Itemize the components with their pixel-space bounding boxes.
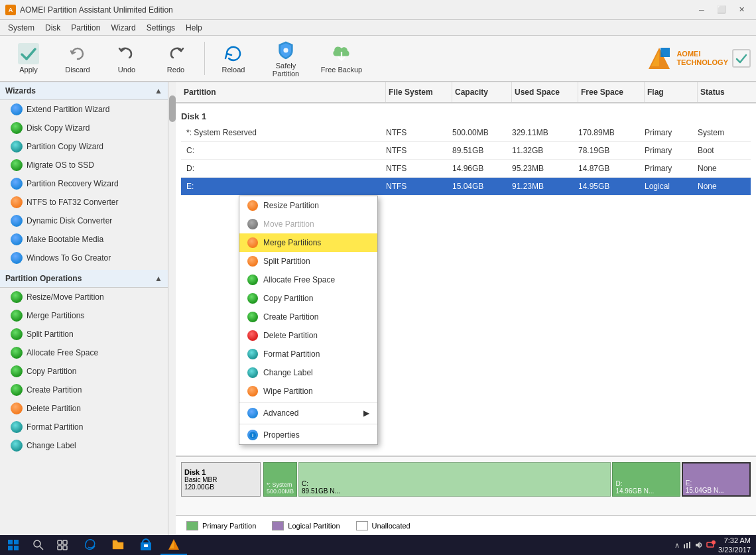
discard-button[interactable]: Discard <box>54 38 101 78</box>
sidebar-item-copy-partition[interactable]: Copy Partition <box>0 362 168 381</box>
menu-settings[interactable]: Settings <box>141 22 180 34</box>
menu-disk[interactable]: Disk <box>40 22 66 34</box>
col-partition: Partition <box>181 82 386 102</box>
free-backup-button[interactable]: Free Backup <box>315 38 368 78</box>
sidebar-item-extend-wizard[interactable]: Extend Partition Wizard <box>0 100 168 119</box>
taskbar-app-aomei[interactable] <box>160 535 187 555</box>
table-row-selected[interactable]: E: NTFS 15.04GB 91.23MB 14.95GB Logical … <box>181 178 751 196</box>
disk-part-system[interactable]: *: System500.00MB <box>263 462 297 497</box>
partition-free: 78.19GB <box>576 145 642 156</box>
ctx-change-label[interactable]: Change Label <box>239 363 377 382</box>
svg-rect-19 <box>144 544 148 547</box>
apply-button[interactable]: Apply <box>5 38 52 78</box>
disk-part-e[interactable]: E:15.04GB N... <box>682 462 751 497</box>
ctx-separator <box>239 402 377 402</box>
start-button[interactable] <box>0 535 27 555</box>
ctx-format-partition[interactable]: Format Partition <box>239 345 377 363</box>
sidebar-item-merge-partitions[interactable]: Merge Partitions <box>0 306 168 325</box>
partition-capacity: 500.00MB <box>450 127 509 139</box>
ctx-split-partition[interactable]: Split Partition <box>239 252 377 271</box>
ctx-create-partition[interactable]: Create Partition <box>239 308 377 326</box>
reload-button[interactable]: Reload <box>210 38 257 78</box>
minimize-button[interactable]: ─ <box>692 3 711 17</box>
partition-ops-collapse-icon[interactable]: ▲ <box>155 274 162 283</box>
svg-line-13 <box>40 546 43 550</box>
toolbar-separator <box>204 42 205 75</box>
taskbar-app-files[interactable] <box>105 535 131 555</box>
sidebar-item-ntfs-fat32[interactable]: NTFS to FAT32 Converter <box>0 193 168 212</box>
legend-logical: Logical Partition <box>272 521 340 530</box>
tray-up-arrow[interactable]: ∧ <box>674 541 680 550</box>
ctx-allocate-icon <box>247 275 258 285</box>
clock-time: 7:32 AM <box>718 536 751 545</box>
task-view-button[interactable] <box>50 535 74 555</box>
close-button[interactable]: ✕ <box>732 3 751 17</box>
menu-system[interactable]: System <box>3 22 40 34</box>
maximize-button[interactable]: ⬜ <box>712 3 731 17</box>
bootable-media-icon <box>11 233 23 245</box>
table-row[interactable]: *: System Reserved NTFS 500.00MB 329.11M… <box>181 124 751 142</box>
sidebar-scrollbar-thumb[interactable] <box>169 95 176 122</box>
ctx-delete-partition[interactable]: Delete Partition <box>239 326 377 345</box>
disk-part-c[interactable]: C:89.51GB N... <box>298 462 611 497</box>
sidebar-item-partition-copy-wizard[interactable]: Partition Copy Wizard <box>0 137 168 156</box>
legend: Primary Partition Logical Partition Unal… <box>176 515 756 535</box>
sidebar-item-allocate-free-space[interactable]: Allocate Free Space <box>0 343 168 362</box>
partition-flag: Primary <box>642 162 695 174</box>
ctx-wipe-partition[interactable]: Wipe Partition <box>239 382 377 401</box>
col-filesystem: File System <box>386 82 452 102</box>
taskbar-app-edge[interactable] <box>77 535 103 555</box>
svg-rect-23 <box>686 543 688 548</box>
sidebar-item-partition-recovery[interactable]: Partition Recovery Wizard <box>0 174 168 193</box>
redo-button[interactable]: Redo <box>153 38 199 78</box>
sidebar-item-format-partition[interactable]: Format Partition <box>0 418 168 436</box>
ctx-resize-icon <box>247 200 258 211</box>
ctx-format-label: Format Partition <box>263 349 320 359</box>
safely-partition-button[interactable]: Safely Partition <box>259 38 312 78</box>
notification-icon <box>706 540 716 550</box>
format-partition-label: Format Partition <box>27 422 83 432</box>
sidebar-item-create-partition[interactable]: Create Partition <box>0 381 168 399</box>
ntfs-fat32-icon <box>11 196 23 208</box>
ctx-allocate-free-space[interactable]: Allocate Free Space <box>239 271 377 289</box>
svg-rect-11 <box>14 546 19 550</box>
sidebar-item-delete-partition[interactable]: Delete Partition <box>0 399 168 418</box>
sidebar-item-change-label[interactable]: Change Label <box>0 436 168 455</box>
ctx-advanced[interactable]: Advanced ▶ <box>239 404 377 422</box>
sidebar-item-disk-copy-wizard[interactable]: Disk Copy Wizard <box>0 119 168 137</box>
ctx-resize-partition[interactable]: Resize Partition <box>239 196 377 215</box>
disk-visual: Disk 1 Basic MBR 120.00GB *: System500.0… <box>176 456 756 515</box>
ctx-properties[interactable]: i Properties <box>239 426 377 444</box>
sidebar-item-windows-to-go[interactable]: Windows To Go Creator <box>0 249 168 267</box>
undo-button[interactable]: Undo <box>103 38 150 78</box>
windows-icon <box>7 539 19 551</box>
table-row[interactable]: C: NTFS 89.51GB 11.32GB 78.19GB Primary … <box>181 142 751 160</box>
taskbar-search[interactable] <box>27 535 50 555</box>
sidebar-item-migrate-os[interactable]: Migrate OS to SSD <box>0 156 168 174</box>
ctx-properties-icon: i <box>247 430 258 440</box>
ctx-merge-partitions[interactable]: Merge Partitions <box>239 233 377 252</box>
disk-part-d[interactable]: D:14.96GB N... <box>612 462 680 497</box>
menu-partition[interactable]: Partition <box>66 22 105 34</box>
disk-part-label: D:14.96GB N... <box>615 480 676 495</box>
sidebar-item-bootable-media[interactable]: Make Bootable Media <box>0 230 168 249</box>
sidebar-item-split-partition[interactable]: Split Partition <box>0 325 168 343</box>
legend-unallocated: Unallocated <box>356 521 410 530</box>
sidebar-scrollbar[interactable] <box>168 82 176 535</box>
disk-visual-label: Disk 1 <box>184 468 257 476</box>
partition-flag: Primary <box>642 127 695 139</box>
taskbar-clock[interactable]: 7:32 AM 3/23/2017 <box>718 536 751 555</box>
logo-text: AOMEITECHNOLOGY <box>676 50 728 67</box>
ctx-change-label-icon <box>247 367 258 378</box>
logical-legend-label: Logical Partition <box>288 522 340 530</box>
sidebar-item-resize-move[interactable]: Resize/Move Partition <box>0 288 168 306</box>
wizards-collapse-icon[interactable]: ▲ <box>155 86 162 95</box>
menu-help[interactable]: Help <box>180 22 208 34</box>
ctx-copy-partition[interactable]: Copy Partition <box>239 289 377 308</box>
menu-wizard[interactable]: Wizard <box>105 22 141 34</box>
sidebar-item-dynamic-disk[interactable]: Dynamic Disk Converter <box>0 212 168 230</box>
undo-icon <box>116 43 137 64</box>
ctx-move-label: Move Partition <box>263 219 314 229</box>
table-row[interactable]: D: NTFS 14.96GB 95.23MB 14.87GB Primary … <box>181 160 751 178</box>
taskbar-app-store[interactable] <box>133 535 159 555</box>
